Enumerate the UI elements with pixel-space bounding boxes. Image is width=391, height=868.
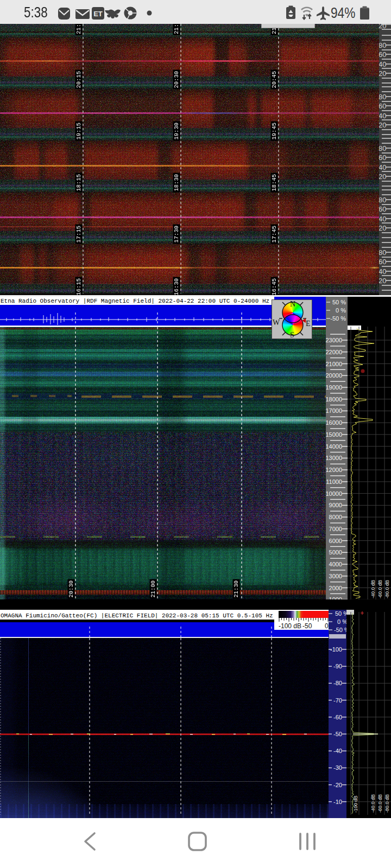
svg-text:E: E — [306, 320, 311, 328]
svg-text:-90: -90 — [333, 663, 342, 669]
svg-text:-60.0 dB: -60.0 dB — [377, 580, 383, 598]
svg-text:13000: 13000 — [326, 455, 342, 461]
svg-text:12000: 12000 — [326, 467, 342, 473]
svg-text:20: 20 — [379, 24, 386, 30]
svg-text:80: 80 — [379, 41, 386, 49]
svg-text:-40: -40 — [333, 748, 342, 754]
svg-text:50 %: 50 % — [335, 610, 346, 617]
svg-text:0 %: 0 % — [336, 307, 346, 314]
svg-text:-50: -50 — [302, 622, 312, 630]
svg-text:-80.0 dB: -80.0 dB — [384, 580, 390, 598]
svg-text:W: W — [273, 318, 280, 327]
svg-text:-30: -30 — [333, 764, 342, 771]
svg-text:40: 40 — [379, 60, 386, 68]
svg-text:94%: 94% — [331, 5, 355, 20]
svg-text:N: N — [290, 300, 295, 308]
svg-text:23000: 23000 — [326, 337, 342, 343]
svg-text:18000: 18000 — [326, 396, 342, 403]
svg-text:10000: 10000 — [326, 490, 342, 497]
svg-text:17000: 17000 — [326, 407, 342, 414]
svg-text:-20: -20 — [333, 782, 342, 788]
svg-text:50 %: 50 % — [332, 299, 346, 305]
svg-text:16000: 16000 — [326, 419, 342, 426]
svg-text:5000: 5000 — [329, 549, 342, 556]
svg-text:2000: 2000 — [329, 585, 342, 591]
svg-text:-50 %: -50 % — [330, 315, 346, 322]
svg-text:-60.0 dB: -60.0 dB — [377, 794, 383, 813]
svg-text:7000: 7000 — [329, 526, 342, 532]
svg-text:-50: -50 — [333, 731, 342, 737]
svg-text:ET: ET — [93, 10, 103, 18]
svg-text:19000: 19000 — [326, 384, 342, 391]
svg-text:-40.0 dB: -40.0 dB — [370, 794, 376, 813]
svg-text:20000: 20000 — [326, 372, 342, 379]
svg-text:60: 60 — [379, 50, 386, 59]
svg-text:4000: 4000 — [329, 561, 342, 567]
svg-text:9000: 9000 — [329, 502, 342, 508]
svg-text:22000: 22000 — [326, 349, 342, 355]
svg-text:21000: 21000 — [326, 361, 342, 367]
svg-text:-100 dB: -100 dB — [353, 795, 358, 813]
svg-text:-40.0 dB: -40.0 dB — [370, 580, 376, 598]
svg-text:-50 %: -50 % — [334, 627, 346, 633]
svg-text:-60: -60 — [333, 714, 342, 720]
svg-text:6000: 6000 — [329, 538, 342, 544]
svg-text:-10: -10 — [333, 799, 342, 805]
svg-text:S: S — [290, 331, 294, 339]
svg-text:8000: 8000 — [329, 514, 342, 520]
svg-text:-100 dB: -100 dB — [279, 622, 301, 630]
svg-text:11000: 11000 — [326, 478, 342, 485]
svg-text:0: 0 — [325, 622, 329, 630]
svg-text:14000: 14000 — [326, 443, 342, 450]
svg-text:-100: -100 — [330, 646, 342, 653]
svg-text:-80.0 dB: -80.0 dB — [384, 794, 390, 813]
svg-text:0 %: 0 % — [337, 618, 346, 625]
svg-text:-80: -80 — [333, 680, 342, 686]
svg-text:20: 20 — [379, 69, 386, 78]
svg-text:15000: 15000 — [326, 431, 342, 438]
svg-text:3000: 3000 — [329, 573, 342, 579]
svg-text:-70: -70 — [333, 697, 342, 704]
